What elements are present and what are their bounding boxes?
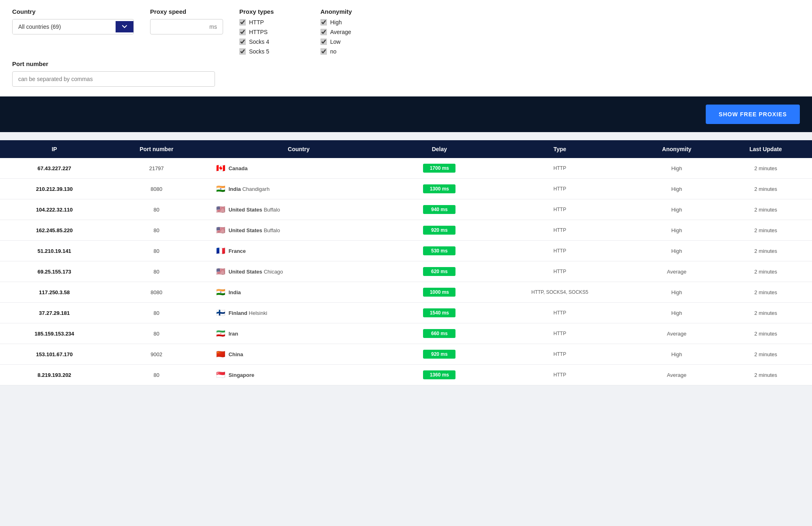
city-name: Chicago <box>264 269 283 275</box>
proxy-type-https-label: HTTPS <box>249 29 268 35</box>
col-anonymity: Anonymity <box>634 140 720 158</box>
flag-icon: 🇫🇮 <box>216 308 225 317</box>
city-name: Helsinki <box>249 310 267 316</box>
chevron-down-icon <box>122 25 127 28</box>
anon-high-label: High <box>330 19 342 26</box>
table-row: 37.27.29.181 80 🇫🇮 Finland Helsinki 1540… <box>0 303 812 323</box>
cell-port: 80 <box>109 323 204 344</box>
cell-country: 🇺🇸 United States Buffalo <box>204 220 393 241</box>
delay-badge: 1000 ms <box>423 288 455 297</box>
table-row: 185.159.153.234 80 🇮🇷 Iran 660 ms HTTP A… <box>0 323 812 344</box>
port-number-group: Port number <box>12 60 215 87</box>
checkbox-low[interactable] <box>320 38 327 45</box>
anon-average[interactable]: Average <box>320 29 385 35</box>
dark-banner: SHOW FREE PROXIES <box>0 96 812 132</box>
cell-port: 80 <box>109 303 204 323</box>
flag-icon: 🇫🇷 <box>216 246 225 255</box>
col-ip: IP <box>0 140 109 158</box>
country-name: United States <box>228 227 262 233</box>
checkbox-high[interactable] <box>320 19 327 26</box>
proxy-types-checkboxes: HTTP HTTPS Socks 4 Socks 5 <box>239 19 304 55</box>
cell-country: 🇫🇷 France <box>204 241 393 261</box>
proxy-types-label: Proxy types <box>239 8 304 15</box>
cell-anonymity: High <box>634 303 720 323</box>
cell-anonymity: Average <box>634 261 720 282</box>
delay-badge: 920 ms <box>423 350 455 359</box>
anonymity-checkboxes: High Average Low no <box>320 19 385 55</box>
proxy-types-group: Proxy types HTTP HTTPS Socks 4 Socks 5 <box>239 8 304 55</box>
table-row: 153.101.67.170 9002 🇨🇳 China 920 ms HTTP… <box>0 344 812 365</box>
cell-last-update: 2 minutes <box>720 241 812 261</box>
cell-anonymity: Average <box>634 323 720 344</box>
anon-high[interactable]: High <box>320 19 385 26</box>
cell-delay: 530 ms <box>393 241 485 261</box>
cell-ip: 37.27.29.181 <box>0 303 109 323</box>
proxy-type-socks4[interactable]: Socks 4 <box>239 38 304 45</box>
proxy-type-http[interactable]: HTTP <box>239 19 304 26</box>
cell-last-update: 2 minutes <box>720 179 812 199</box>
cell-country: 🇺🇸 United States Buffalo <box>204 199 393 220</box>
cell-type: HTTP <box>485 199 634 220</box>
table-section: IP Port number Country Delay Type Anonym… <box>0 132 812 385</box>
checkbox-no[interactable] <box>320 48 327 55</box>
cell-last-update: 2 minutes <box>720 365 812 385</box>
cell-ip: 104.222.32.110 <box>0 199 109 220</box>
city-name: Buffalo <box>264 207 280 213</box>
proxy-type-socks5[interactable]: Socks 5 <box>239 48 304 55</box>
table-row: 51.210.19.141 80 🇫🇷 France 530 ms HTTP H… <box>0 241 812 261</box>
cell-ip: 153.101.67.170 <box>0 344 109 365</box>
country-select-text: All countries (69) <box>13 19 116 34</box>
cell-ip: 185.159.153.234 <box>0 323 109 344</box>
country-dropdown-button[interactable] <box>116 21 133 32</box>
anon-low-label: Low <box>330 38 341 45</box>
country-name: China <box>228 351 243 357</box>
flag-icon: 🇸🇬 <box>216 370 225 379</box>
filter-section: Country All countries (69) Proxy speed P… <box>0 0 812 96</box>
cell-anonymity: Average <box>634 365 720 385</box>
cell-ip: 69.25.155.173 <box>0 261 109 282</box>
col-type: Type <box>485 140 634 158</box>
anon-no[interactable]: no <box>320 48 385 55</box>
cell-port: 80 <box>109 241 204 261</box>
checkbox-https[interactable] <box>239 29 246 35</box>
cell-country: 🇮🇳 India Chandigarh <box>204 179 393 199</box>
cell-port: 8080 <box>109 282 204 303</box>
cell-country: 🇨🇦 Canada <box>204 158 393 179</box>
cell-port: 80 <box>109 261 204 282</box>
proxy-speed-input[interactable] <box>150 19 223 34</box>
delay-badge: 1540 ms <box>423 308 455 317</box>
cell-last-update: 2 minutes <box>720 158 812 179</box>
cell-delay: 620 ms <box>393 261 485 282</box>
col-last-update: Last Update <box>720 140 812 158</box>
proxy-type-socks5-label: Socks 5 <box>249 48 269 55</box>
cell-port: 80 <box>109 220 204 241</box>
table-row: 210.212.39.130 8080 🇮🇳 India Chandigarh … <box>0 179 812 199</box>
cell-anonymity: High <box>634 199 720 220</box>
cell-ip: 210.212.39.130 <box>0 179 109 199</box>
cell-type: HTTP <box>485 303 634 323</box>
cell-country: 🇸🇬 Singapore <box>204 365 393 385</box>
proxy-type-https[interactable]: HTTPS <box>239 29 304 35</box>
delay-badge: 1300 ms <box>423 184 455 193</box>
checkbox-average[interactable] <box>320 29 327 35</box>
cell-delay: 1360 ms <box>393 365 485 385</box>
checkbox-socks5[interactable] <box>239 48 246 55</box>
city-name: Chandigarh <box>242 186 269 192</box>
show-proxies-button[interactable]: SHOW FREE PROXIES <box>706 105 800 124</box>
checkbox-socks4[interactable] <box>239 38 246 45</box>
cell-delay: 1540 ms <box>393 303 485 323</box>
cell-port: 21797 <box>109 158 204 179</box>
anon-low[interactable]: Low <box>320 38 385 45</box>
delay-badge: 620 ms <box>423 267 455 276</box>
anon-no-label: no <box>330 48 337 55</box>
cell-ip: 67.43.227.227 <box>0 158 109 179</box>
port-number-input[interactable] <box>12 71 215 87</box>
country-group: Country All countries (69) <box>12 8 134 34</box>
cell-ip: 117.250.3.58 <box>0 282 109 303</box>
table-header-row: IP Port number Country Delay Type Anonym… <box>0 140 812 158</box>
anonymity-label: Anonymity <box>320 8 385 15</box>
checkbox-http[interactable] <box>239 19 246 26</box>
delay-badge: 1360 ms <box>423 370 455 379</box>
cell-country: 🇺🇸 United States Chicago <box>204 261 393 282</box>
proxy-speed-group: Proxy speed <box>150 8 223 34</box>
